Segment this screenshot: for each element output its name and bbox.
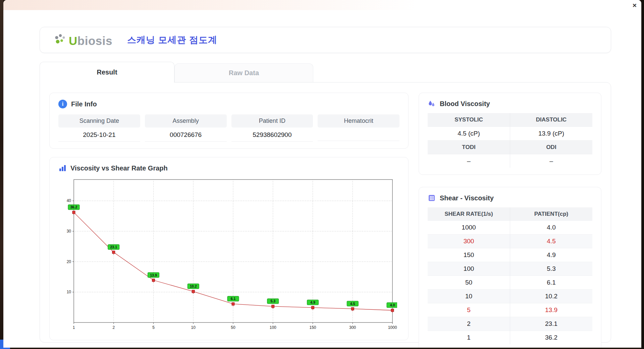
table-row: 1010.2: [428, 290, 592, 303]
close-icon[interactable]: ×: [633, 2, 637, 9]
field-patient-id: Patient ID 52938602900: [231, 114, 313, 142]
field-value: 000726676: [145, 128, 227, 142]
blood-viscosity-card: Blood Viscosity SYSTOLIC DIASTOLIC 4.5 (…: [419, 93, 601, 175]
patient-cell: 5.3: [510, 262, 593, 276]
logo-text: Ubiosis: [69, 35, 112, 47]
logo-letters-rest: biosis: [77, 34, 112, 47]
field-label: Patient ID: [231, 114, 313, 128]
table-header-row: SYSTOLIC DIASTOLIC: [428, 113, 592, 127]
svg-text:1: 1: [73, 325, 75, 330]
svg-text:13.9: 13.9: [150, 273, 157, 277]
app-window: × Ubiosis 스캐닝 모세관 점도계 Result Raw Data: [3, 0, 641, 348]
svg-text:5: 5: [152, 325, 155, 330]
todi-value: –: [428, 154, 510, 168]
shear-rate-cell: 100: [428, 262, 510, 276]
shear-rate-cell: 1000: [428, 221, 510, 235]
left-column: i File Info Scanning Date 2025-10-21 Ass…: [49, 93, 409, 334]
shear-rate-cell: 50: [428, 276, 510, 290]
svg-text:5.3: 5.3: [270, 299, 275, 303]
desktop-edge-right: [641, 0, 644, 349]
shear-rate-cell: 10: [428, 290, 510, 303]
table-header-row: TODI ODI: [428, 141, 592, 154]
svg-text:2: 2: [112, 325, 115, 330]
logo-letter-u: U: [69, 34, 77, 47]
file-info-title: File Info: [71, 100, 97, 108]
systolic-value: 4.5 (cP): [428, 127, 510, 141]
svg-text:150: 150: [309, 325, 316, 330]
svg-text:4.9: 4.9: [310, 300, 315, 304]
table-row: 3004.5: [428, 235, 592, 248]
field-value: [318, 128, 399, 141]
svg-text:23.1: 23.1: [110, 245, 117, 249]
field-label: Assembly: [145, 114, 227, 128]
table-header-row: SHEAR RATE(1/s) PATIENT(cp): [428, 207, 592, 221]
svg-text:100: 100: [270, 325, 276, 330]
info-icon: i: [58, 100, 67, 108]
svg-text:10.2: 10.2: [190, 284, 197, 288]
svg-text:20: 20: [67, 259, 71, 264]
field-value: 2025-10-21: [58, 128, 140, 142]
viscosity-chart: 102030401251050100150300100036.223.113.9…: [58, 177, 397, 333]
tab-result[interactable]: Result: [40, 62, 174, 83]
result-panel: i File Info Scanning Date 2025-10-21 Ass…: [40, 82, 611, 343]
table-row: 506.1: [428, 276, 592, 290]
graph-title: Viscosity vs Shear Rate Graph: [70, 164, 168, 172]
file-info-title-row: i File Info: [58, 100, 399, 108]
file-info-fields: Scanning Date 2025-10-21 Assembly 000726…: [58, 114, 399, 142]
svg-text:4.5: 4.5: [350, 302, 355, 306]
field-assembly: Assembly 000726676: [145, 114, 227, 142]
table-row: 10004.0: [428, 221, 592, 235]
patient-cell: 13.9: [510, 303, 593, 317]
blood-viscosity-table: SYSTOLIC DIASTOLIC 4.5 (cP) 13.9 (cP) TO…: [428, 113, 592, 168]
shear-rate-cell: 150: [428, 248, 510, 262]
col-odi: ODI: [510, 141, 593, 154]
patient-cell: 6.1: [510, 276, 593, 290]
shear-viscosity-title-row: Shear - Viscosity: [428, 194, 592, 202]
right-column: Blood Viscosity SYSTOLIC DIASTOLIC 4.5 (…: [419, 93, 601, 334]
col-patient: PATIENT(cp): [510, 207, 593, 221]
field-hematocrit: Hematocrit: [318, 114, 399, 142]
table-row: 223.1: [428, 317, 592, 331]
shear-rate-cell: 300: [428, 235, 510, 248]
table-row: 1005.3: [428, 262, 592, 276]
tab-raw-data[interactable]: Raw Data: [174, 63, 313, 82]
bar-chart-icon: [58, 164, 66, 172]
field-label: Scanning Date: [58, 114, 140, 128]
app-header: Ubiosis 스캐닝 모세관 점도계: [40, 27, 611, 53]
shear-rate-cell: 5: [428, 303, 510, 317]
ubiosis-dots-icon: [53, 33, 67, 47]
diastolic-value: 13.9 (cP): [510, 127, 593, 141]
blood-viscosity-title: Blood Viscosity: [440, 100, 490, 108]
svg-text:36.2: 36.2: [70, 205, 77, 209]
shear-rate-cell: 1: [428, 331, 510, 345]
shear-viscosity-card: Shear - Viscosity SHEAR RATE(1/s) PATIEN…: [419, 187, 601, 348]
svg-text:300: 300: [349, 325, 356, 330]
svg-text:30: 30: [67, 229, 71, 234]
svg-text:50: 50: [231, 325, 235, 330]
patient-cell: 4.5: [510, 235, 593, 248]
patient-cell: 23.1: [510, 317, 593, 331]
col-shear-rate: SHEAR RATE(1/s): [428, 207, 510, 221]
file-info-card: i File Info Scanning Date 2025-10-21 Ass…: [49, 93, 409, 149]
col-todi: TODI: [428, 141, 510, 154]
patient-cell: 4.9: [510, 248, 593, 262]
col-diastolic: DIASTOLIC: [510, 113, 593, 127]
col-systolic: SYSTOLIC: [428, 113, 510, 127]
table-row: 1504.9: [428, 248, 592, 262]
page-title: 스캐닝 모세관 점도계: [127, 34, 217, 46]
grid-icon: [428, 194, 436, 202]
droplets-icon: [428, 100, 436, 108]
table-row: – –: [428, 154, 592, 168]
svg-text:40: 40: [67, 198, 71, 203]
svg-text:1000: 1000: [388, 325, 397, 330]
blood-viscosity-title-row: Blood Viscosity: [428, 100, 592, 108]
viscosity-graph-card: Viscosity vs Shear Rate Graph 1020304012…: [49, 157, 409, 340]
table-row: 513.9: [428, 303, 592, 317]
patient-cell: 36.2: [510, 331, 593, 345]
svg-text:10: 10: [191, 325, 196, 330]
shear-viscosity-table: SHEAR RATE(1/s) PATIENT(cp) 10004.0 3004…: [428, 207, 592, 344]
graph-title-row: Viscosity vs Shear Rate Graph: [58, 164, 399, 172]
table-row: 4.5 (cP) 13.9 (cP): [428, 127, 592, 141]
ubiosis-logo: Ubiosis: [53, 33, 112, 47]
field-label: Hematocrit: [318, 114, 399, 128]
